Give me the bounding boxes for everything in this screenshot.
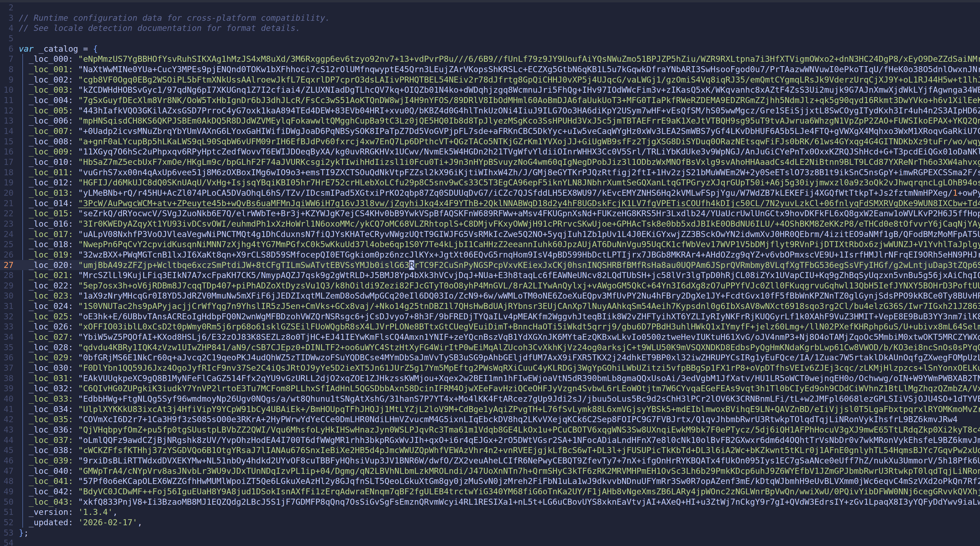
line-text[interactable]: _loc_032: "C6QIvHG0ZUPgkiK3iudkY7YnVP2lr… [19,383,980,394]
line-number[interactable]: 10 [0,85,14,95]
line-text[interactable]: _loc_016: "3Ir0KWEDyAZqyXt1YU93ivDCsvOWI… [19,219,980,229]
code-line[interactable]: 52 _updated: '2026-02-17', [0,517,980,528]
code-line[interactable]: 15 _loc_008: "a+gnF0aLYcupBp5hLKaLWS9qL9… [0,136,980,147]
line-number[interactable]: 28 [0,270,14,280]
line-number[interactable]: 43 [0,425,14,435]
line-number[interactable]: 3 [0,13,14,23]
line-text[interactable]: _loc_034: "UlplXYKKkU83ixcAt3j4HfiVipY9Y… [19,404,980,414]
line-text[interactable]: _updated: '2026-02-17', [19,517,142,528]
code-line[interactable]: 20 _loc_013: "yLMeBNb+rQ/r45HU+AcZl074PL… [0,188,980,198]
line-text[interactable]: _loc_027: "YbiW5wZ5PQOfAI+KXod8HSLj6/E32… [19,332,980,342]
line-text[interactable]: _loc_017: "uALpV08NxhfP3VoOJVleaVegwNiPN… [19,229,980,239]
line-number[interactable]: 29 [0,280,14,291]
line-text[interactable]: _loc_011: "vuGrhS7xx00n4qAxUp6vee51j8M6z… [19,167,980,178]
line-text[interactable]: _loc_037: "oLmlQQFz9awdCZjBjNRgshk8zUV/Y… [19,435,980,445]
code-line[interactable]: 14 _loc_007: "+0Uadp2icvsMNuZbrqYbYUmVAX… [0,126,980,136]
line-text[interactable]: _loc_043: "xkfQ833PnjV8+Ii3BzaoMB8MJ1EQZ… [19,497,980,507]
code-line[interactable]: 43 _loc_036: "QjVHqbpyfOmZ+pu5fp0tgSUust… [0,425,980,435]
line-number[interactable]: 15 [0,136,14,147]
line-number[interactable]: 47 [0,466,14,476]
code-line[interactable]: 34 _loc_027: "YbiW5wZ5PQOfAI+KXod8HSLj6/… [0,332,980,342]
code-line[interactable]: 8 _loc_001: "NaXtWwMINe0YUa+CucY3MPEs9pj… [0,64,980,75]
line-number[interactable]: 51 [0,507,14,517]
code-line[interactable]: 42 _loc_035: "COVmXcI6D2r7+1Ca3H9f3zS085… [0,414,980,425]
code-line[interactable]: 28 _loc_021: "MrcSZlLl9KujLFiq3EIkN7A7xc… [0,270,980,280]
code-line[interactable]: 39 _loc_032: "C6QIvHG0ZUPgkiK3iudkY7YnVP… [0,383,980,394]
line-text[interactable]: _loc_026: "xOFFIO03iblL0xCsD2t0pWmy0Rm5j… [19,322,980,332]
line-number[interactable]: 16 [0,146,14,157]
line-text[interactable]: _loc_014: "3PcW/AuPwgcWCM+atv+ZPeuyte45b… [19,198,980,209]
code-line[interactable]: 51 _version: '1.3.4', [0,507,980,517]
code-line[interactable]: 37 _loc_030: "F0DlYbn1QQ59J6Jxz4OgoJyfRI… [0,363,980,373]
code-line[interactable]: 33 _loc_026: "xOFFIO03iblL0xCsD2t0pWmy0R… [0,322,980,332]
code-line[interactable]: 22 _loc_015: "seZrkQ/dRYocwcV/SVgJZuoNkb… [0,208,980,219]
code-line[interactable]: 24 _loc_017: "uALpV08NxhfP3VoOJVleaVegwN… [0,229,980,239]
code-line[interactable]: 17 _loc_010: "HbSaZ7mZ5ecbUxF7xmOe/HKgLm… [0,157,980,167]
code-line[interactable]: 19 _loc_012: "HGFIJ/d6MkUJC8dQ0SKnUAqU/V… [0,177,980,188]
line-text[interactable]: _loc_007: "+0Uadp2icvsMNuZbrqYbYUmVAXnG6… [19,126,980,136]
line-text[interactable]: _loc_036: "QjVHqbpyfOmZ+pu5fp0tgSUustpLB… [19,425,980,435]
line-number[interactable]: 49 [0,486,14,497]
line-text[interactable]: // See locale detection documentation fo… [19,23,301,33]
line-text[interactable]: _loc_015: "seZrkQ/dRYocwcV/SVgJZuoNkb6E7… [19,208,980,219]
code-line[interactable]: 6var _catalog = { [0,44,980,54]
line-text[interactable]: _loc_018: "NwepPn6PqCvY2cpvidKusqnNiMNN7… [19,239,980,250]
line-text[interactable]: _loc_028: "qdvdu4KBRy1IQK4zVzw1UIwZHP841… [19,342,980,353]
line-text[interactable]: _loc_039: "9rxiDsBLiRTTWdxdDVXEKYMw+NL51… [19,455,980,466]
line-number[interactable]: 54 [0,538,14,546]
line-text[interactable]: _version: '1.3.4', [19,507,118,517]
line-number[interactable]: 23 [0,219,14,229]
line-text[interactable]: _loc_029: "0bfGRjMS6E1NkCr60q+aJvcq2C19q… [19,352,980,363]
code-line[interactable]: 12 _loc_005: "443hIafkVQO3GKilAZxsGSD7Pr… [0,105,980,116]
line-text[interactable]: _loc_009: "11XGyq7O6hSc2uPhpxqv6RPyHptcZ… [19,146,980,157]
line-text[interactable]: _loc_033: "EdbbHWg+FtgNLQg5Syf96wmdmoyNp… [19,394,980,404]
code-line[interactable]: 54 [0,538,980,546]
code-line[interactable]: 48 _loc_041: "57Pf0o6eKCapOLEX6WZZGfhHwM… [0,476,980,486]
line-text[interactable]: _loc_041: "57Pf0o6eKCapOLEX6WZZGfhHwMUMl… [19,476,980,486]
code-line[interactable]: 38 _loc_031: "EAkVUUqkpeXC9gQ8B1MyNFeFlC… [0,373,980,384]
code-line[interactable]: 11 _loc_004: "7gSxGuyfDEcXlm8Vr8NK/OoW5T… [0,95,980,105]
line-text[interactable]: _loc_038: "cWCKZFfsfKTHhj37zYSGDVQo6B1Ot… [19,445,980,455]
line-number[interactable]: 34 [0,332,14,342]
code-line[interactable]: 21 _loc_014: "3PcW/AuPwgcWCM+atv+ZPeuyte… [0,198,980,209]
line-number[interactable]: 4 [0,23,14,33]
code-line[interactable]: 25 _loc_018: "NwepPn6PqCvY2cpvidKusqnNiM… [0,239,980,250]
line-text[interactable]: _loc_013: "yLMeBNb+rQ/r45HU+AcZl074PLoCA… [19,188,980,198]
line-text[interactable]: _loc_019: "32wzBXX+PWqMGTcnB1lxJI6XaKt8q… [19,250,980,260]
code-line[interactable]: 35 _loc_028: "qdvdu4KBRy1IQK4zVzw1UIwZHP… [0,342,980,353]
code-line[interactable]: 31 _loc_024: "1S0VNUTac2hs9pAPyjacjjCrWf… [0,301,980,311]
line-number[interactable]: 19 [0,177,14,188]
line-text[interactable]: _loc_000: "eNpMmzUS7YgBBHOfYsvRuhSIKXAg1… [19,54,980,64]
line-number[interactable]: 38 [0,373,14,384]
line-number[interactable]: 2 [0,2,14,13]
line-number[interactable]: 7 [0,54,14,64]
code-line[interactable]: 32 _loc_025: "oE3hk+E/6UBbvTAnsACREoIgHd… [0,311,980,322]
line-number[interactable]: 20 [0,188,14,198]
line-number[interactable]: 42 [0,414,14,425]
line-number[interactable]: 37 [0,363,14,373]
code-line[interactable]: 49 _loc_042: "BdyVC0JCDwMF++Foj56IguEUaH… [0,486,980,497]
line-number[interactable]: 53 [0,528,14,538]
line-number[interactable]: 44 [0,435,14,445]
code-line[interactable]: 9 _loc_002: "cgb8VF0Ogq0EBg2WSOiPL5bFtmX… [0,75,980,85]
line-number[interactable]: 24 [0,229,14,239]
code-line[interactable]: 41 _loc_034: "UlplXYKKkU83ixcAt3j4HfiVip… [0,404,980,414]
line-text[interactable]: }; [19,528,29,538]
code-line[interactable]: 40 _loc_033: "EdbbHWg+FtgNLQg5Syf96wmdmo… [0,394,980,404]
line-text[interactable]: _loc_005: "443hIafkVQO3GKilAZxsGSD7PrroC… [19,105,980,116]
code-line[interactable]: 4// See locale detection documentation f… [0,23,980,33]
line-text[interactable]: _loc_040: "GMWpTrA4/cNYpVrv8asJNvbLr3WU9… [19,466,980,476]
code-line[interactable]: 29 _loc_022: "5ep7osx3h+oV6jRDBm8J7cqqTD… [0,280,980,291]
line-text[interactable]: _loc_008: "a+gnF0aLYcupBp5hLKaLWS9qL90Sq… [19,136,980,147]
code-line[interactable]: 30 _loc_023: "1aX9zNryMHcqGr0I8YD5JdRZV0… [0,291,980,301]
line-text[interactable]: _loc_025: "oE3hk+E/6UBbvTAnsACREoIgHdbpF… [19,311,980,322]
line-text[interactable]: _loc_001: "NaXtWwMINe0YUa+CucY3MPEs9pjEN… [19,64,980,75]
line-number[interactable]: 13 [0,116,14,126]
line-text[interactable]: _loc_012: "HGFIJ/d6MkUJC8dQ0SKnUAqU/VxHg… [19,177,980,188]
line-number[interactable]: 45 [0,445,14,455]
code-line[interactable]: 45 _loc_038: "cWCKZFfsfKTHhj37zYSGDVQo6B… [0,445,980,455]
line-text[interactable]: _loc_021: "MrcSZlLl9KujLFiq3EIkN7A7xcFpa… [19,270,980,280]
line-number[interactable]: 40 [0,394,14,404]
line-text[interactable]: _loc_035: "COVmXcI6D2r7+1Ca3H9f3zS085sO0… [19,414,958,425]
code-line[interactable]: 46 _loc_039: "9rxiDsBLiRTTWdxdDVXEKYMw+N… [0,455,980,466]
